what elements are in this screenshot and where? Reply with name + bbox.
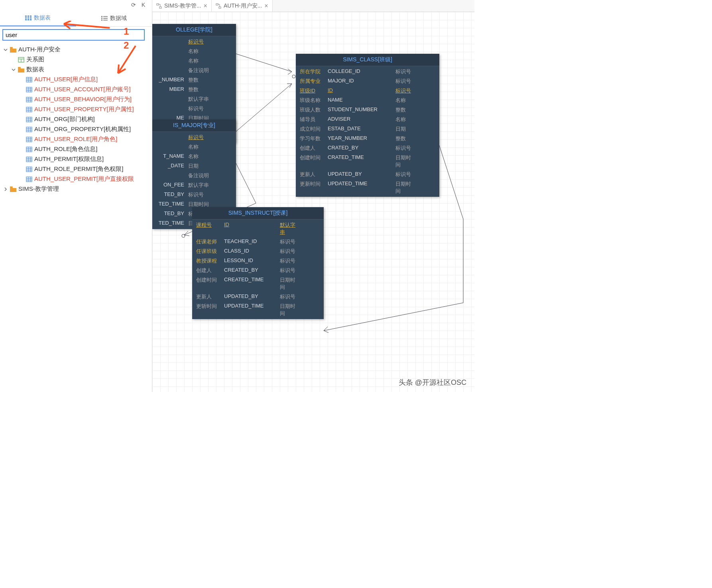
entity-row: _NUMBER整数 [152, 75, 236, 85]
editor-tab[interactable]: SIMS-教学管... × [152, 0, 212, 12]
folder-icon [10, 47, 16, 53]
tree-node-sims[interactable]: SIMS-教学管理 [0, 184, 152, 194]
diagram-canvas[interactable]: OLLEGE[学院] 标识号名称名称备注说明_NUMBER整数MBER整数默认字… [152, 12, 474, 392]
tree-label: AUTH-用户安全 [18, 46, 61, 53]
svg-rect-4 [28, 18, 29, 19]
entity-row: _DATE日期 [152, 161, 236, 171]
entity-row: MBER整数 [152, 85, 236, 94]
svg-point-78 [182, 234, 185, 237]
tree-table-item[interactable]: AUTH_ORG_PROPERTY[机构属性] [0, 124, 152, 134]
svg-rect-73 [157, 4, 159, 5]
editor-tabs: SIMS-教学管... × AUTH-用户安... × [152, 0, 474, 12]
tree-table-item[interactable]: AUTH_USER_BEHAVIOR[用户行为] [0, 94, 152, 104]
svg-rect-53 [26, 147, 32, 152]
close-icon[interactable]: × [204, 2, 207, 10]
entity-title: OLLEGE[学院] [152, 24, 236, 36]
entity-row: 辅导员ADVISER名称 [296, 115, 439, 124]
table-icon [26, 77, 32, 82]
tree-table-item[interactable]: AUTH_ROLE_PERMIT[角色权限] [0, 164, 152, 174]
tree-label: AUTH_ORG[部门机构] [34, 116, 95, 123]
table-icon [26, 147, 32, 152]
tree-table-item[interactable]: AUTH_USER_ROLE[用户角色] [0, 134, 152, 144]
table-icon [26, 176, 32, 182]
tree-label: 数据表 [26, 66, 44, 73]
svg-rect-1 [28, 16, 29, 17]
svg-rect-6 [25, 19, 27, 20]
entity-row: T_NAME名称 [152, 152, 236, 161]
chevron-down-icon [11, 67, 16, 72]
chevron-down-icon [3, 47, 8, 52]
entity-row: 名称 [152, 142, 236, 152]
tree-table-item[interactable]: AUTH_USER[用户信息] [0, 74, 152, 84]
entity-row: 备注说明 [152, 171, 236, 180]
erd-icon [156, 3, 162, 9]
annotation-arrow-1 [60, 21, 112, 33]
tab-label: 数据域 [110, 15, 127, 22]
grid-icon [25, 16, 31, 20]
sidebar-toolbar: ⟳ K [0, 0, 152, 10]
entity-title: SIMS_CLASS[班级] [296, 54, 439, 66]
svg-rect-75 [216, 4, 218, 5]
svg-rect-58 [26, 157, 32, 162]
table-icon [26, 157, 32, 162]
annotation-label-2: 2 [124, 40, 129, 51]
tree-table-item[interactable]: AUTH_PERMIT[权限信息] [0, 154, 152, 164]
entity-row: 课程号ID默认字串 [192, 220, 324, 237]
tab-label: SIMS-教学管... [164, 2, 201, 10]
entity-row: 任课老师TEACHER_ID标识号 [192, 237, 324, 247]
entity-row: 默认字串 [152, 94, 236, 104]
tree-label: AUTH_USER_PERMIT[用户直接权限 [34, 175, 134, 183]
diagram-icon [18, 57, 24, 63]
entity-row: 教授课程LESSON_ID标识号 [192, 256, 324, 266]
entity-title: IS_MAJOR[专业] [152, 120, 236, 132]
refresh-icon[interactable]: ⟳ [131, 2, 138, 9]
watermark: 头条 @开源社区OSC [399, 378, 466, 387]
tree-table-item[interactable]: AUTH_USER_PERMIT[用户直接权限 [0, 174, 152, 184]
table-icon [26, 127, 32, 132]
entity-row: 名称 [152, 47, 236, 56]
editor-tab[interactable]: AUTH-用户安... × [212, 0, 273, 12]
entity-row: ON_FEE默认字串 [152, 180, 236, 190]
main-area: SIMS-教学管... × AUTH-用户安... × OLLEGE[学院] 标… [152, 0, 474, 392]
svg-rect-7 [28, 19, 29, 20]
tree-table-item[interactable]: AUTH_USER_PROPERTY[用户属性] [0, 104, 152, 114]
svg-rect-23 [26, 87, 32, 92]
entity-row: 备注说明 [152, 66, 236, 75]
entity-row: 所属专业MAJOR_ID标识号 [296, 76, 439, 86]
entity-row: 班级IDID标识号 [296, 86, 439, 96]
svg-rect-11 [101, 18, 102, 19]
tree-table-item[interactable]: AUTH_ORG[部门机构] [0, 114, 152, 124]
svg-rect-18 [26, 77, 32, 82]
tree-label: 关系图 [26, 56, 44, 63]
close-icon[interactable]: × [264, 2, 268, 10]
tree-table-item[interactable]: AUTH_USER_ACCOUNT[用户账号] [0, 84, 152, 94]
tree-label: AUTH_USER[用户信息] [34, 76, 98, 83]
tab-label: AUTH-用户安... [224, 2, 262, 10]
folder-icon [18, 67, 24, 73]
svg-rect-8 [30, 19, 31, 20]
table-icon [26, 107, 32, 112]
erd-icon [216, 3, 221, 9]
entity-title: SIMS_INSTRUCT[授课] [192, 207, 324, 220]
entity-row: 更新人UPDATED_BY标识号 [296, 170, 439, 179]
entity-row: 名称 [152, 56, 236, 66]
svg-rect-28 [26, 97, 32, 102]
tab-label: 数据表 [34, 14, 51, 22]
table-icon [26, 87, 32, 92]
table-icon [26, 167, 32, 172]
svg-rect-48 [26, 137, 32, 142]
entity-row: TED_BY标识号 [152, 190, 236, 200]
svg-rect-5 [30, 18, 31, 19]
entity-row: 更新人UPDATED_BY标识号 [192, 292, 324, 302]
entity-row: 所在学院COLLEGE_ID标识号 [296, 67, 439, 76]
entity-class[interactable]: SIMS_CLASS[班级] 所在学院COLLEGE_ID标识号所属专业MAJO… [296, 54, 439, 197]
tree-label: AUTH_ROLE[角色信息] [34, 145, 97, 153]
entity-row: 标识号 [152, 37, 236, 47]
svg-rect-63 [26, 167, 32, 172]
tree-table-item[interactable]: AUTH_ROLE[角色信息] [0, 144, 152, 154]
tree-label: SIMS-教学管理 [18, 185, 59, 193]
entity-row: 班级名称NAME名称 [296, 96, 439, 105]
keyboard-icon[interactable]: K [142, 2, 149, 9]
svg-rect-3 [25, 18, 27, 19]
entity-instruct[interactable]: SIMS_INSTRUCT[授课] 课程号ID默认字串任课老师TEACHER_I… [192, 207, 324, 319]
